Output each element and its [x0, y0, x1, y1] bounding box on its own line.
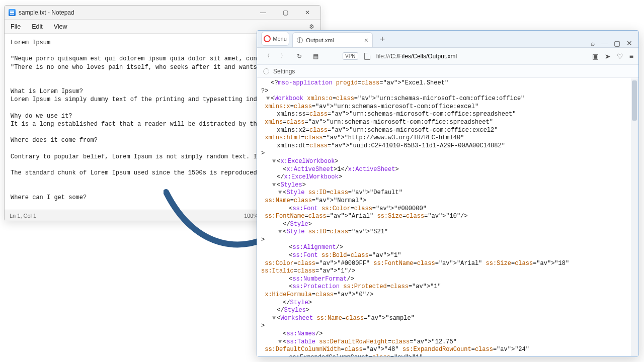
address-bar[interactable]: file:///C:/Files/Cells/Output.xml [376, 53, 457, 60]
tab-title: Output.xml [306, 37, 334, 43]
reload-button[interactable]: ↻ [294, 51, 304, 61]
snapshot-icon[interactable]: ▣ [592, 52, 599, 60]
tab-close-icon[interactable]: × [364, 37, 368, 44]
menu-edit[interactable]: Edit [32, 23, 43, 30]
tab-strip: Menu Output.xml × + ⌕ — ▢ ✕ [257, 31, 638, 48]
scrollbar-thumb[interactable] [632, 80, 637, 121]
gear-icon [263, 68, 269, 74]
minimize-button[interactable]: — [252, 6, 274, 20]
search-icon[interactable]: ⌕ [591, 39, 595, 47]
forward-button[interactable]: 〉 [278, 51, 288, 61]
speed-dial-icon[interactable]: ▦ [310, 51, 320, 61]
opera-menu-button[interactable]: Menu [261, 32, 289, 46]
notepad-icon [9, 9, 16, 16]
xml-viewer[interactable]: <?mso-application progid=class="av">"Exc… [257, 78, 638, 356]
browser-toolbar: 〈 〉 ↻ ▦ VPN file:///C:/Files/Cells/Outpu… [257, 48, 638, 65]
vpn-badge[interactable]: VPN [343, 52, 358, 60]
close-button[interactable]: ✕ [626, 39, 632, 47]
send-icon[interactable]: ➤ [605, 52, 611, 60]
easy-setup-icon[interactable]: ≡ [629, 52, 633, 60]
notepad-title: sample.txt - Notepad [19, 9, 74, 16]
browser-window: Menu Output.xml × + ⌕ — ▢ ✕ 〈 〉 ↻ ▦ VPN … [257, 30, 639, 357]
scrollbar[interactable] [631, 78, 638, 356]
new-tab-button[interactable]: + [376, 33, 389, 46]
settings-bar[interactable]: Settings [257, 65, 638, 78]
close-button[interactable]: ✕ [296, 6, 318, 20]
back-button[interactable]: 〈 [262, 51, 272, 61]
settings-gear-icon[interactable]: ⚙ [309, 23, 314, 30]
globe-icon [297, 37, 303, 43]
menu-view[interactable]: View [54, 23, 67, 30]
file-icon [364, 53, 370, 60]
minimize-button[interactable]: — [601, 39, 608, 47]
menu-file[interactable]: File [11, 23, 21, 30]
cursor-position: Ln 1, Col 1 [10, 213, 36, 219]
tab-output-xml[interactable]: Output.xml × [292, 32, 373, 47]
heart-icon[interactable]: ♡ [617, 52, 623, 60]
opera-logo-icon [264, 35, 271, 42]
maximize-button[interactable]: ▢ [274, 6, 296, 20]
maximize-button[interactable]: ▢ [614, 39, 620, 47]
notepad-titlebar[interactable]: sample.txt - Notepad — ▢ ✕ [5, 6, 320, 20]
settings-label: Settings [273, 68, 295, 75]
